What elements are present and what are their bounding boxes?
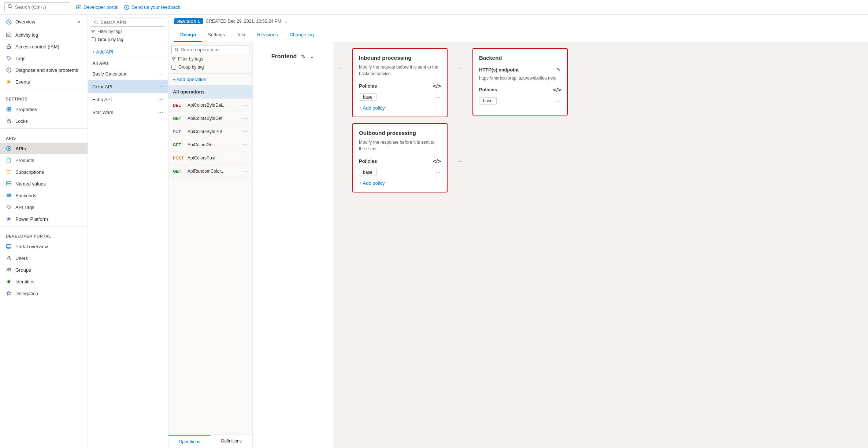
global-search-input[interactable] [15, 4, 67, 10]
svg-point-0 [8, 4, 11, 8]
ops-group-by-tag-row[interactable]: Group by tag [171, 64, 249, 70]
tab-revisions[interactable]: Revisions [251, 28, 283, 42]
api-item-echo-api[interactable]: Echo API ⋯ [88, 93, 168, 106]
nav-tags[interactable]: Tags [0, 52, 88, 64]
outbound-add-policy[interactable]: + Add policy [359, 180, 441, 186]
nav-power-platform[interactable]: Power Platform [0, 213, 88, 225]
op-item-post[interactable]: POST ApiColorsPost ⋯ [168, 151, 252, 165]
ops-group-by-tag-checkbox[interactable] [171, 65, 176, 70]
identities-icon [6, 279, 12, 284]
backend-base-more[interactable]: ⋯ [555, 98, 561, 104]
ops-tab-operations[interactable]: Operations [168, 435, 211, 448]
op-item-get-id[interactable]: GET ApiColorsByIdGet ⋯ [168, 112, 252, 125]
nav-subscriptions[interactable]: Subscriptions [0, 166, 88, 178]
api-item-star-wars[interactable]: Star Wars ⋯ [88, 106, 168, 119]
nav-overview[interactable]: Overview « [0, 15, 88, 29]
ops-tab-definitions[interactable]: Definitions [211, 435, 253, 448]
feedback-link[interactable]: Send us your feedback [124, 4, 180, 10]
api-tags-icon [6, 204, 12, 210]
ops-bottom-tabs: Operations Definitions [168, 434, 252, 448]
nav-apis[interactable]: APIs [0, 143, 88, 154]
frontend-expand-btn[interactable]: ⌄ [310, 54, 314, 59]
tags-icon [6, 55, 12, 61]
api-item-more-star-wars[interactable]: ⋯ [158, 109, 164, 116]
op-item-get-colors[interactable]: GET ApiColorsGet ⋯ [168, 138, 252, 151]
api-search-input[interactable] [100, 19, 162, 25]
inbound-add-policy[interactable]: + Add policy [359, 105, 441, 111]
revision-dropdown[interactable]: ⌄ [284, 19, 288, 24]
op-more-get-id[interactable]: ⋯ [242, 115, 248, 122]
op-more-del[interactable]: ⋯ [242, 102, 248, 109]
op-method-get-colors: GET [173, 143, 186, 147]
diagnose-icon [6, 67, 12, 73]
backend-base-tag[interactable]: base [479, 97, 497, 104]
inbound-base-tag[interactable]: base [359, 93, 376, 101]
add-operation-button[interactable]: + Add operation [168, 74, 252, 85]
group-by-tag-checkbox[interactable] [91, 37, 96, 42]
group-by-tag-row[interactable]: Group by tag [91, 36, 165, 43]
global-search[interactable] [4, 2, 70, 12]
outbound-base-tag[interactable]: base [359, 169, 376, 176]
op-method-get-id: GET [173, 116, 186, 121]
api-item-more-basic-calc[interactable]: ⋯ [158, 70, 164, 77]
nav-portal-overview[interactable]: Portal overview [0, 240, 88, 252]
svg-rect-11 [7, 110, 8, 111]
nav-named-values[interactable]: Named values [0, 178, 88, 190]
op-more-post[interactable]: ⋯ [242, 154, 248, 161]
outbound-code-btn[interactable]: </> [433, 158, 441, 164]
all-operations-item[interactable]: All operations [168, 85, 252, 99]
backend-code-btn[interactable]: </> [553, 87, 561, 93]
all-apis-label: All APIs [88, 58, 168, 67]
nav-backends[interactable]: Backends [0, 190, 88, 201]
op-item-get-random[interactable]: GET ApiRandomColor... ⋯ [168, 165, 252, 178]
nav-delegation[interactable]: Delegation [0, 287, 88, 299]
svg-point-6 [8, 57, 8, 58]
nav-access-control[interactable]: Access control (IAM) [0, 41, 88, 52]
api-item-color-api[interactable]: Color API ⋯ [88, 80, 168, 93]
backend-edit-btn[interactable]: ✎ [557, 67, 561, 73]
outbound-policies-row: Policies </> [359, 158, 441, 164]
nav-identities[interactable]: Identities [0, 276, 88, 287]
nav-activity-log[interactable]: Activity log [0, 29, 88, 41]
svg-point-21 [8, 256, 10, 258]
ops-search-box[interactable] [171, 45, 249, 54]
tab-settings[interactable]: Settings [202, 28, 231, 42]
svg-line-1 [11, 7, 12, 8]
frontend-edit-btn[interactable]: ✎ [301, 54, 305, 59]
tab-test[interactable]: Test [231, 28, 251, 42]
api-item-more-echo-api[interactable]: ⋯ [158, 96, 164, 103]
api-item-more-color-api[interactable]: ⋯ [158, 83, 164, 90]
nav-users[interactable]: Users [0, 252, 88, 264]
nav-events[interactable]: Events [0, 76, 88, 88]
svg-rect-9 [7, 107, 8, 109]
nav-properties[interactable]: Properties [0, 103, 88, 115]
collapse-nav-btn[interactable]: « [76, 18, 82, 26]
developer-portal-link[interactable]: Developer portal [76, 4, 118, 10]
inbound-base-more[interactable]: ⋯ [435, 94, 441, 101]
svg-rect-18 [7, 194, 11, 195]
outbound-base-more[interactable]: ⋯ [435, 169, 441, 176]
api-filter-row[interactable]: Filter by tags [91, 29, 165, 34]
nav-api-tags[interactable]: API Tags [0, 201, 88, 213]
backend-title: Backend [479, 55, 561, 61]
outbound-processing-box: Outbound processing Modify the response … [352, 123, 448, 192]
ops-search-input[interactable] [181, 47, 246, 52]
nav-locks[interactable]: Locks [0, 115, 88, 127]
op-item-del[interactable]: DEL ApiColorsByIdDel... ⋯ [168, 99, 252, 112]
named-values-icon [6, 181, 12, 187]
nav-groups[interactable]: Groups [0, 264, 88, 276]
svg-rect-13 [7, 121, 11, 123]
nav-diagnose[interactable]: Diagnose and solve problems [0, 64, 88, 76]
api-item-basic-calculator[interactable]: Basic Calculator ⋯ [88, 67, 168, 80]
op-more-put[interactable]: ⋯ [242, 128, 248, 135]
op-more-get-random[interactable]: ⋯ [242, 168, 248, 175]
inbound-code-btn[interactable]: </> [433, 83, 441, 89]
op-more-get-colors[interactable]: ⋯ [242, 141, 248, 148]
tab-design[interactable]: Design [174, 28, 202, 42]
tab-change-log[interactable]: Change log [284, 28, 320, 42]
api-search-box[interactable] [91, 18, 165, 27]
add-api-button[interactable]: + Add API [88, 46, 168, 58]
nav-products[interactable]: Products [0, 154, 88, 166]
ops-filter-row[interactable]: Filter by tags [171, 56, 249, 62]
op-item-put[interactable]: PUT ApiColorsByIdPut ⋯ [168, 125, 252, 138]
